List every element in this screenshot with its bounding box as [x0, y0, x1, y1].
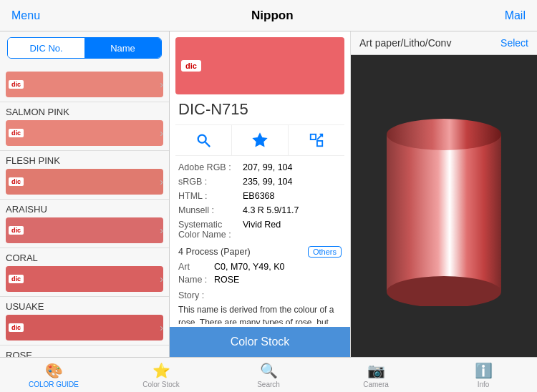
- list-item[interactable]: ARAISHU dic ›: [0, 200, 169, 248]
- tab-bar: 🎨 COLOR GUIDE ⭐ Color Stock 🔍 Search 📷 C…: [0, 357, 537, 392]
- color-swatch: dic: [6, 72, 163, 97]
- list-item[interactable]: SALMON PINK dic ›: [0, 102, 169, 151]
- name-row: Name : ROSE: [178, 273, 342, 286]
- search-action-button[interactable]: [175, 125, 232, 155]
- color-info: Adobe RGB : 207, 99, 104 sRGB : 235, 99,…: [170, 160, 350, 324]
- dic-logo: dic: [181, 60, 201, 72]
- color-swatch-row: dic ›: [6, 72, 163, 97]
- munsell-row: Munsell : 4.3 R 5.9/11.7: [178, 203, 342, 217]
- svg-marker-2: [253, 134, 266, 146]
- html-value: EB6368: [243, 191, 274, 201]
- right-header: Art paper/Litho/Conv Select: [351, 31, 537, 55]
- art-label: Art: [178, 262, 214, 272]
- adobe-rgb-row: Adobe RGB : 207, 99, 104: [178, 160, 342, 175]
- tab-info[interactable]: ℹ️ Info: [430, 359, 537, 391]
- segment-dic-no[interactable]: DIC No.: [8, 38, 84, 58]
- compare-action-button[interactable]: [289, 125, 344, 155]
- list-item[interactable]: USUAKE dic ›: [0, 297, 169, 346]
- color-swatch: dic: [6, 120, 163, 146]
- color-swatch-row: dic ›: [6, 169, 163, 195]
- middle-panel: dic DIC-N715 Adobe: [170, 31, 351, 357]
- svg-rect-6: [387, 134, 501, 292]
- color-swatch: dic: [6, 217, 163, 243]
- tab-icon-search: 🔍: [260, 362, 278, 379]
- color-item-label: ARAISHU: [6, 204, 163, 215]
- chevron-right-icon: ›: [160, 322, 163, 333]
- munsell-value: 4.3 R 5.9/11.7: [243, 205, 299, 215]
- main-content: DIC No. Name dic › SALMON PINK dic › FLE…: [0, 31, 537, 357]
- color-swatch: dic: [6, 315, 163, 340]
- adobe-rgb-value: 207, 99, 104: [243, 162, 293, 172]
- name-value: ROSE: [214, 275, 239, 285]
- list-item[interactable]: FLESH PINK dic ›: [0, 151, 169, 200]
- dic-logo-small: dic: [9, 323, 24, 332]
- tab-icon-info: ℹ️: [475, 362, 493, 379]
- color-item-label: SALMON PINK: [6, 107, 163, 117]
- tab-search[interactable]: 🔍 Search: [215, 359, 322, 391]
- color-swatch-row: dic ›: [6, 120, 163, 146]
- chevron-right-icon: ›: [160, 273, 163, 285]
- tab-label-camera: Camera: [363, 381, 389, 388]
- search-icon: [195, 132, 211, 148]
- tab-label-search: Search: [257, 381, 280, 388]
- adobe-rgb-label: Adobe RGB :: [178, 162, 243, 172]
- top-nav: Menu Nippon Mail: [0, 0, 537, 31]
- tab-label-color-stock: Color Stock: [142, 381, 180, 388]
- color-item-label: ROSE: [6, 350, 163, 357]
- tab-icon-color-stock: ⭐: [153, 362, 170, 379]
- color-swatch-row: dic ›: [6, 315, 163, 340]
- color-item-label: CORAL: [6, 253, 163, 263]
- process-title: 4 Process (Paper): [178, 247, 251, 257]
- svg-point-0: [198, 135, 206, 143]
- segment-name[interactable]: Name: [84, 38, 161, 58]
- tab-icon-color-guide: 🎨: [45, 362, 63, 379]
- select-button[interactable]: Select: [500, 37, 528, 49]
- svg-rect-4: [317, 141, 322, 146]
- menu-button[interactable]: Menu: [11, 9, 40, 22]
- color-swatch-row: dic ›: [6, 217, 163, 243]
- right-panel: Art paper/Litho/Conv Select: [351, 31, 537, 357]
- srgb-row: sRGB : 235, 99, 104: [178, 175, 342, 189]
- color-swatch: dic: [6, 169, 163, 195]
- svg-point-8: [387, 276, 501, 306]
- story-text: This name is derived from the colour of …: [178, 303, 342, 324]
- tab-color-guide[interactable]: 🎨 COLOR GUIDE: [0, 359, 107, 391]
- favorite-action-button[interactable]: [232, 125, 289, 155]
- svg-line-5: [317, 134, 322, 139]
- cylinder-area: [351, 55, 537, 357]
- cylinder-visualization: [372, 106, 516, 306]
- tab-camera[interactable]: 📷 Camera: [322, 359, 430, 391]
- svg-rect-3: [311, 134, 316, 139]
- chevron-right-icon: ›: [160, 127, 163, 139]
- others-button[interactable]: Others: [308, 246, 342, 258]
- tab-label-info: Info: [478, 381, 490, 388]
- list-item[interactable]: dic ›: [0, 64, 169, 102]
- list-item[interactable]: ROSE dic ›: [0, 346, 169, 357]
- tab-label-color-guide: COLOR GUIDE: [29, 381, 79, 388]
- story-section: Story : This name is derived from the co…: [178, 290, 342, 324]
- color-stock-button[interactable]: Color Stock: [170, 327, 350, 357]
- right-header-title: Art paper/Litho/Conv: [359, 37, 451, 49]
- systematic-label: Systematic Color Name :: [178, 220, 243, 240]
- mail-button[interactable]: Mail: [505, 9, 526, 22]
- dic-logo-small: dic: [9, 226, 24, 235]
- chevron-right-icon: ›: [160, 176, 163, 187]
- color-item-label: USUAKE: [6, 301, 163, 312]
- action-row: [175, 124, 344, 156]
- srgb-label: sRGB :: [178, 177, 243, 187]
- color-list: dic › SALMON PINK dic › FLESH PINK dic ›…: [0, 64, 169, 357]
- story-label: Story :: [178, 290, 342, 300]
- munsell-label: Munsell :: [178, 205, 243, 215]
- dic-logo-small: dic: [9, 80, 24, 89]
- svg-line-1: [205, 142, 210, 147]
- color-swatch-row: dic ›: [6, 266, 163, 292]
- list-item[interactable]: CORAL dic ›: [0, 248, 169, 297]
- systematic-row: Systematic Color Name : Vivid Red: [178, 217, 342, 242]
- tab-color-stock[interactable]: ⭐ Color Stock: [107, 359, 215, 391]
- process-header: 4 Process (Paper) Others: [178, 246, 342, 258]
- process-section: 4 Process (Paper) Others Art C0, M70, Y4…: [178, 246, 342, 286]
- color-preview: dic: [175, 37, 344, 94]
- art-row: Art C0, M70, Y49, K0: [178, 260, 342, 273]
- svg-point-7: [387, 119, 501, 150]
- html-label: HTML :: [178, 191, 243, 201]
